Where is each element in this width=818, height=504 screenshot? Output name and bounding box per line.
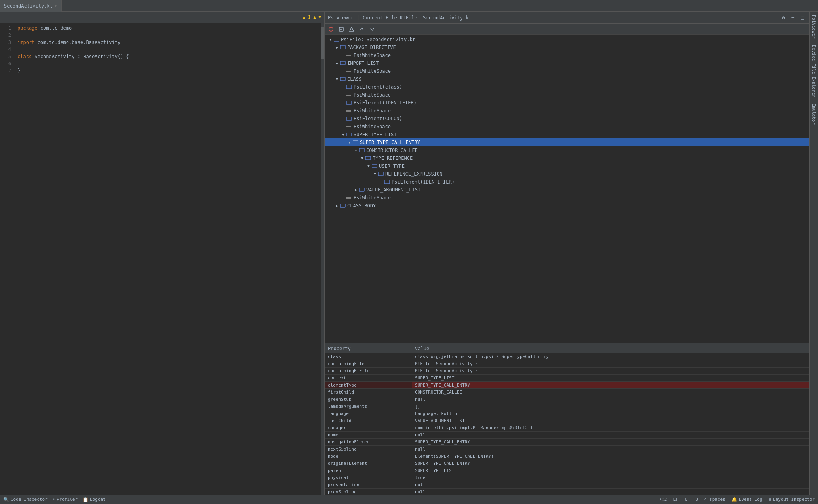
tree-node-supertypecallentry[interactable]: ▼ SUPER_TYPE_CALL_ENTRY xyxy=(325,138,809,146)
tree-node-class[interactable]: ▼ CLASS xyxy=(325,75,809,83)
ws4-icon xyxy=(346,108,352,114)
props-row[interactable]: navigationElementSUPER_TYPE_CALL_ENTRY xyxy=(325,439,809,446)
expand-typereference[interactable]: ▼ xyxy=(360,155,365,161)
close-icon[interactable]: × xyxy=(55,3,58,8)
warning-indicator: ▲ 1 ▲ ▼ xyxy=(303,15,321,20)
props-header-value: Value xyxy=(412,344,809,353)
device-file-explorer-tab[interactable]: Device File Explorer xyxy=(810,42,817,100)
props-row[interactable]: namenull xyxy=(325,432,809,439)
maximize-icon[interactable]: □ xyxy=(799,14,806,21)
tree-label-classbody: CLASS_BODY xyxy=(347,203,376,208)
psi-edit-btn[interactable] xyxy=(337,25,346,34)
tree-node-identifier1[interactable]: PsiElement(IDENTIFIER) xyxy=(325,99,809,107)
expand-class[interactable]: ▼ xyxy=(334,76,340,82)
tree-node-valuearglist[interactable]: ▶ VALUE_ARGUMENT_LIST xyxy=(325,186,809,194)
file-tab[interactable]: SecondActivity.kt × xyxy=(0,0,62,12)
tree-node-psiclass[interactable]: PsiElement(class) xyxy=(325,83,809,91)
profiler-item[interactable]: ⚡ Profiler xyxy=(52,497,78,502)
tree-node-ws2[interactable]: PsiWhiteSpace xyxy=(325,67,809,75)
psi-header: PsiViewer | Current File KtFile: SecondA… xyxy=(325,12,809,24)
expand-classbody[interactable]: ▶ xyxy=(334,203,340,208)
psi-up-btn[interactable] xyxy=(357,25,367,34)
props-row[interactable]: greenStubnull xyxy=(325,396,809,403)
props-row[interactable]: elementTypeSUPER_TYPE_CALL_ENTRY xyxy=(325,382,809,389)
encoding-item[interactable]: UTF-8 xyxy=(685,497,698,502)
expand-valuearglist[interactable]: ▶ xyxy=(353,187,359,193)
main-area: ▲ 1 ▲ ▼ 1 package com.tc.demo 2 3 import… xyxy=(0,12,818,495)
tree-node-typereference[interactable]: ▼ TYPE_REFERENCE xyxy=(325,154,809,162)
layout-inspector-item[interactable]: ⊞ Layout Inspector xyxy=(769,497,815,502)
code-content[interactable]: 1 package com.tc.demo 2 3 import com.tc.… xyxy=(0,23,324,495)
code-inspector-item[interactable]: 🔍 Code Inspector xyxy=(3,497,48,502)
props-row[interactable]: firstChildCONSTRUCTOR_CALLEE xyxy=(325,389,809,396)
psi-down-btn[interactable] xyxy=(367,25,377,34)
tree-node-colon[interactable]: PsiElement(COLON) xyxy=(325,115,809,123)
prop-key: firstChild xyxy=(325,389,412,396)
props-row[interactable]: containingKtFileKtFile: SecondActivity.k… xyxy=(325,368,809,375)
props-row[interactable]: presentationnull xyxy=(325,481,809,489)
logcat-item[interactable]: 📋 Logcat xyxy=(82,497,106,502)
props-row[interactable]: lambdaArguments[] xyxy=(325,403,809,410)
expand-supertypelist[interactable]: ▼ xyxy=(341,132,346,137)
props-row[interactable]: nodeElement(SUPER_TYPE_CALL_ENTRY) xyxy=(325,453,809,460)
tree-node-import[interactable]: ▶ IMPORT_LIST xyxy=(325,59,809,67)
props-row[interactable]: nextSiblingnull xyxy=(325,446,809,453)
minimize-icon[interactable]: − xyxy=(789,14,797,21)
tree-node-ws6[interactable]: PsiWhiteSpace xyxy=(325,194,809,202)
prop-key: language xyxy=(325,410,412,417)
tree-node-ws4[interactable]: PsiWhiteSpace xyxy=(325,107,809,115)
tree-node-ws5[interactable]: PsiWhiteSpace xyxy=(325,123,809,131)
psi-tree-area[interactable]: ▼ PsiFile: SecondActivity.kt ▶ PACKAGE_D… xyxy=(325,35,809,343)
tree-node-ws3[interactable]: PsiWhiteSpace xyxy=(325,91,809,99)
line-content-5: class SecondActivity : BaseActivity() { xyxy=(14,53,324,60)
props-row[interactable]: lastChildVALUE_ARGUMENT_LIST xyxy=(325,417,809,424)
props-row[interactable]: containingFileKtFile: SecondActivity.kt xyxy=(325,360,809,368)
code-inspector-icon: 🔍 xyxy=(3,497,9,502)
props-row[interactable]: managercom.intellij.psi.impl.PsiManagerI… xyxy=(325,424,809,432)
tree-node-refexpr[interactable]: ▼ REFERENCE_EXPRESSION xyxy=(325,170,809,178)
scroll-indicator[interactable] xyxy=(321,23,324,495)
tree-node-identifier2[interactable]: PsiElement(IDENTIFIER) xyxy=(325,178,809,186)
expand-package[interactable]: ▶ xyxy=(334,45,340,50)
psi-build-btn[interactable] xyxy=(347,25,356,34)
psi-props[interactable]: Property Value classclass org.jetbrains.… xyxy=(325,344,809,495)
props-row[interactable]: prevSiblingnull xyxy=(325,489,809,495)
tree-node-supertypelist[interactable]: ▼ SUPER_TYPE_LIST xyxy=(325,131,809,138)
prop-value: true xyxy=(412,474,809,481)
tree-label-psiclass: PsiElement(class) xyxy=(354,84,402,90)
event-log-item[interactable]: 🔔 Event Log xyxy=(732,497,763,502)
spaces-item[interactable]: 4 spaces xyxy=(704,497,725,502)
tree-label-class: CLASS xyxy=(347,76,361,82)
tree-node-constructorcallee[interactable]: ▼ CONSTRUCTOR_CALLEE xyxy=(325,146,809,154)
props-row[interactable]: parentSUPER_TYPE_LIST xyxy=(325,467,809,474)
props-row[interactable]: physicaltrue xyxy=(325,474,809,481)
props-row[interactable]: contextSUPER_TYPE_LIST xyxy=(325,375,809,382)
props-row[interactable]: languageLanguage: kotlin xyxy=(325,410,809,417)
tree-node-usertype[interactable]: ▼ USER_TYPE xyxy=(325,162,809,170)
line-num-4: 4 xyxy=(0,46,14,53)
tree-node-ws1[interactable]: PsiWhiteSpace xyxy=(325,51,809,59)
props-row[interactable]: originalElementSUPER_TYPE_CALL_ENTRY xyxy=(325,460,809,467)
tree-label-import: IMPORT_LIST xyxy=(347,61,379,66)
settings-icon[interactable]: ⚙ xyxy=(780,14,787,21)
svg-rect-5 xyxy=(340,45,345,49)
expand-psifile[interactable]: ▼ xyxy=(328,37,333,42)
psi-viewer-tab[interactable]: PsiViewer xyxy=(810,12,817,42)
tree-node-package[interactable]: ▶ PACKAGE_DIRECTIVE xyxy=(325,44,809,51)
expand-import[interactable]: ▶ xyxy=(334,61,340,66)
tree-node-classbody[interactable]: ▶ CLASS_BODY xyxy=(325,202,809,210)
props-row[interactable]: classclass org.jetbrains.kotlin.psi.KtSu… xyxy=(325,353,809,360)
emulator-tab[interactable]: Emulator xyxy=(810,100,817,128)
expand-constructorcallee[interactable]: ▼ xyxy=(353,148,359,153)
identifier2-icon xyxy=(384,179,390,185)
prop-value: SUPER_TYPE_CALL_ENTRY xyxy=(412,382,809,389)
expand-refexpr[interactable]: ▼ xyxy=(372,171,378,177)
expand-usertype[interactable]: ▼ xyxy=(366,163,371,169)
psi-refresh-btn[interactable] xyxy=(326,25,336,34)
tree-node-psifile[interactable]: ▼ PsiFile: SecondActivity.kt xyxy=(325,36,809,44)
expand-psiclass xyxy=(341,84,346,90)
expand-ws2 xyxy=(341,68,346,74)
profiler-icon: ⚡ xyxy=(52,497,55,502)
psi-separator: | xyxy=(357,15,360,21)
expand-supertypecallentry[interactable]: ▼ xyxy=(347,140,352,145)
